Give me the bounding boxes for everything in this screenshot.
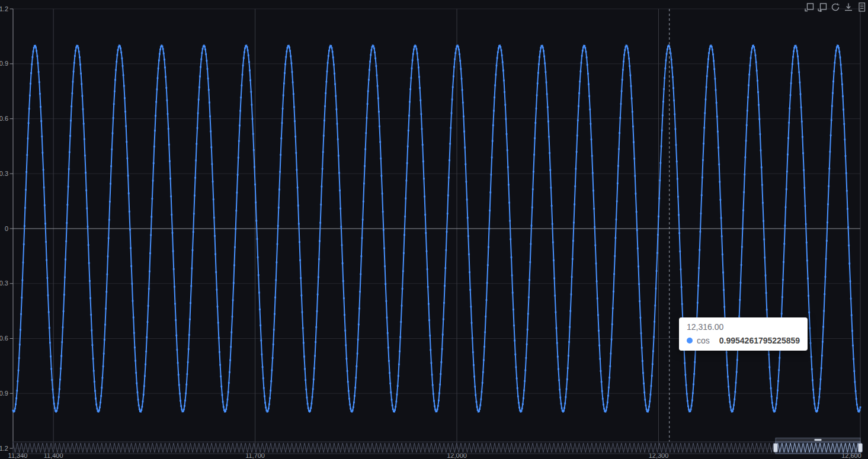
y-axis-label: -0.6 <box>0 335 8 342</box>
chart: 1.20.90.60.30-0.3-0.6-0.9-1.211,34011,40… <box>0 0 868 459</box>
zoom-reset-icon[interactable] <box>818 2 827 12</box>
y-axis-label: 0.9 <box>0 60 8 67</box>
series-marker-dot <box>687 338 693 344</box>
chart-canvas[interactable]: 1.20.90.60.30-0.3-0.6-0.9-1.211,34011,40… <box>0 0 868 459</box>
tooltip: 12,316.00 cos 0.9954261795225859 <box>679 317 808 351</box>
y-axis-label: -0.9 <box>0 390 8 397</box>
datazoom-left-handle[interactable] <box>774 444 778 452</box>
y-axis-label: 0 <box>5 225 8 232</box>
datazoom-right-handle[interactable] <box>859 444 863 452</box>
y-axis-label: -1.2 <box>0 445 8 452</box>
tooltip-series-name: cos <box>697 336 710 345</box>
tooltip-series-row: cos 0.9954261795225859 <box>687 336 800 345</box>
datazoom-move-grip[interactable] <box>815 439 822 441</box>
tooltip-x-value: 12,316.00 <box>687 323 800 331</box>
y-axis-label: 0.3 <box>0 170 8 177</box>
restore-icon[interactable] <box>831 2 840 12</box>
y-axis-label: 0.6 <box>0 115 8 122</box>
tooltip-series-value: 0.9954261795225859 <box>719 336 800 345</box>
y-axis-ticks <box>10 9 14 448</box>
toolbox <box>805 2 866 12</box>
data-view-icon[interactable] <box>857 2 866 12</box>
zoom-select-icon[interactable] <box>805 2 814 12</box>
y-axis-label: 1.2 <box>0 5 8 12</box>
datazoom-slider[interactable] <box>13 438 863 454</box>
y-axis-label: -0.3 <box>0 280 8 287</box>
save-image-icon[interactable] <box>844 2 853 12</box>
y-axis-labels: 1.20.90.60.30-0.3-0.6-0.9-1.2 <box>0 5 8 452</box>
